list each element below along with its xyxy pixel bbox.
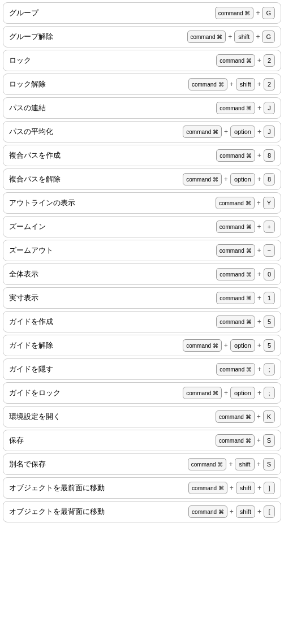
- shortcut-label: 全体表示: [9, 269, 71, 279]
- shortcut-keys: command ⌘+J: [216, 102, 275, 114]
- shortcut-label: 保存: [9, 435, 71, 446]
- plus-sign: +: [223, 389, 229, 397]
- command-key: command ⌘: [216, 197, 255, 209]
- shortcut-row: ズームインcommand ⌘++: [3, 216, 281, 237]
- shortcut-row: 別名で保存command ⌘+shift+S: [3, 453, 281, 475]
- command-key: command ⌘: [183, 387, 222, 399]
- shortcut-row: オブジェクトを最前面に移動command ⌘+shift+]: [3, 477, 281, 499]
- key-badge: J: [264, 126, 275, 138]
- shortcut-keys: command ⌘+shift+G: [187, 31, 275, 43]
- shortcut-row: ロックcommand ⌘+2: [3, 50, 281, 71]
- shortcut-keys: command ⌘+−: [216, 244, 275, 257]
- plus-sign: +: [256, 460, 261, 468]
- key-badge: S: [263, 434, 275, 447]
- plus-sign: +: [255, 33, 260, 41]
- key-badge: option: [230, 387, 255, 399]
- shortcut-keys: command ⌘++: [216, 221, 275, 233]
- key-badge: Y: [263, 197, 275, 209]
- shortcut-label: オブジェクトを最背面に移動: [9, 507, 105, 517]
- plus-sign: +: [228, 460, 233, 468]
- key-badge: shift: [236, 78, 255, 90]
- command-key: command ⌘: [187, 31, 226, 43]
- key-badge: option: [230, 173, 255, 185]
- command-key: command ⌘: [188, 78, 227, 90]
- shortcut-keys: command ⌘+2: [216, 54, 275, 67]
- shortcut-list: グループcommand ⌘+Gグループ解除command ⌘+shift+Gロッ…: [0, 0, 284, 525]
- command-key: command ⌘: [216, 315, 255, 328]
- plus-sign: +: [229, 484, 234, 492]
- shortcut-row: 複合パスを作成command ⌘+8: [3, 145, 281, 166]
- shortcut-label: ガイドを隠す: [9, 364, 71, 374]
- command-key: command ⌘: [216, 292, 255, 304]
- shortcut-label: 別名で保存: [9, 459, 71, 469]
- shortcut-keys: command ⌘+shift+S: [188, 458, 275, 470]
- plus-sign: +: [223, 128, 229, 136]
- shortcut-row: ズームアウトcommand ⌘+−: [3, 240, 281, 261]
- command-key: command ⌘: [188, 482, 227, 494]
- plus-sign: +: [227, 33, 233, 41]
- shortcut-row: ガイドを隠すcommand ⌘+;: [3, 358, 281, 380]
- command-key: command ⌘: [216, 410, 255, 423]
- key-badge: 8: [264, 149, 275, 162]
- shortcut-keys: command ⌘+option+J: [183, 126, 275, 138]
- shortcut-keys: command ⌘+option+5: [183, 339, 275, 352]
- shortcut-label: 環境設定を開く: [9, 412, 71, 422]
- command-key: command ⌘: [216, 102, 255, 114]
- shortcut-keys: command ⌘+;: [216, 363, 275, 375]
- key-badge: shift: [234, 31, 253, 43]
- shortcut-label: グループ: [9, 8, 71, 18]
- shortcut-row: 実寸表示command ⌘+1: [3, 287, 281, 309]
- key-badge: G: [262, 7, 275, 19]
- shortcut-label: 複合パスを解除: [9, 174, 71, 184]
- shortcut-label: パスの平均化: [9, 127, 71, 137]
- key-badge: ]: [264, 482, 275, 494]
- shortcut-row: グループcommand ⌘+G: [3, 2, 281, 24]
- plus-sign: +: [257, 294, 262, 302]
- shortcut-row: 保存command ⌘+S: [3, 430, 281, 451]
- command-key: command ⌘: [216, 363, 255, 375]
- shortcut-keys: command ⌘+Y: [216, 197, 275, 209]
- key-badge: option: [230, 126, 255, 138]
- command-key: command ⌘: [216, 268, 255, 280]
- key-badge: 2: [264, 54, 275, 67]
- plus-sign: +: [257, 104, 262, 112]
- shortcut-label: グループ解除: [9, 32, 71, 42]
- shortcut-label: ロック: [9, 55, 71, 66]
- shortcut-label: ガイドを解除: [9, 340, 71, 351]
- command-key: command ⌘: [215, 7, 254, 19]
- plus-sign: +: [223, 175, 229, 183]
- command-key: command ⌘: [216, 54, 255, 67]
- shortcut-row: ガイドを作成command ⌘+5: [3, 311, 281, 332]
- shortcut-label: ガイドを作成: [9, 317, 71, 327]
- plus-sign: +: [257, 152, 262, 159]
- shortcut-keys: command ⌘+K: [216, 410, 275, 423]
- plus-sign: +: [255, 9, 260, 17]
- shortcut-keys: command ⌘+shift+2: [188, 78, 275, 90]
- shortcut-keys: command ⌘+shift+[: [188, 505, 275, 518]
- key-badge: −: [264, 244, 275, 257]
- shortcut-row: 複合パスを解除command ⌘+option+8: [3, 168, 281, 190]
- plus-sign: +: [229, 80, 234, 88]
- command-key: command ⌘: [183, 339, 222, 352]
- command-key: command ⌘: [183, 126, 222, 138]
- plus-sign: +: [256, 199, 261, 207]
- shortcut-keys: command ⌘+0: [216, 268, 275, 280]
- command-key: command ⌘: [216, 221, 255, 233]
- shortcut-label: アウトラインの表示: [9, 198, 75, 208]
- key-badge: +: [264, 221, 275, 233]
- shortcut-row: アウトラインの表示command ⌘+Y: [3, 192, 281, 214]
- plus-sign: +: [257, 508, 262, 516]
- key-badge: option: [230, 339, 255, 352]
- shortcut-row: パスの連結command ⌘+J: [3, 97, 281, 119]
- key-badge: shift: [236, 505, 255, 518]
- shortcut-keys: command ⌘+option+;: [183, 387, 275, 399]
- key-badge: ;: [264, 387, 275, 399]
- key-badge: G: [262, 31, 275, 43]
- command-key: command ⌘: [188, 505, 227, 518]
- shortcut-row: オブジェクトを最背面に移動command ⌘+shift+[: [3, 501, 281, 522]
- plus-sign: +: [257, 57, 262, 64]
- key-badge: 2: [264, 78, 275, 90]
- plus-sign: +: [257, 365, 262, 373]
- shortcut-label: ズームアウト: [9, 245, 71, 256]
- shortcut-row: ガイドを解除command ⌘+option+5: [3, 335, 281, 356]
